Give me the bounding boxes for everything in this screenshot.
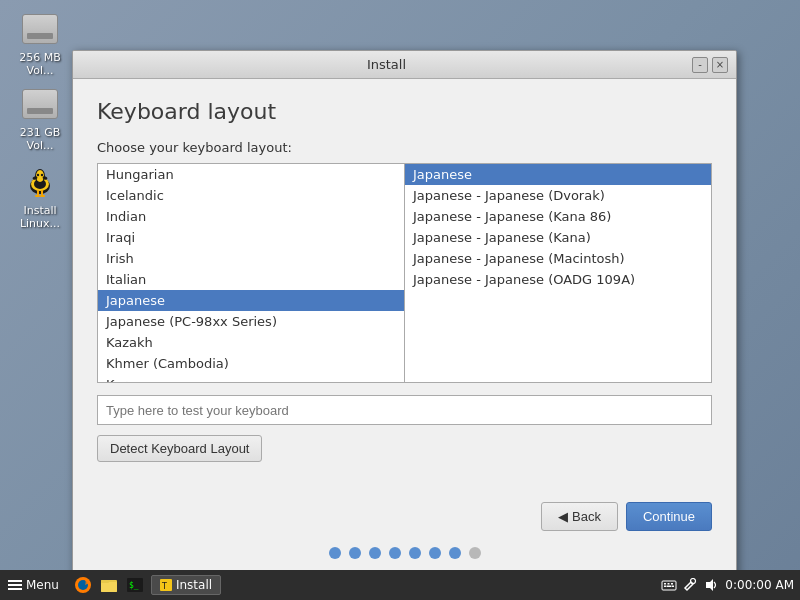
progress-dot-4 bbox=[409, 547, 421, 559]
taskbar-install-icon: T bbox=[160, 579, 172, 591]
back-icon: ◀ bbox=[558, 509, 568, 524]
variant-list-item-japanese-macintosh[interactable]: Japanese - Japanese (Macintosh) bbox=[405, 248, 711, 269]
install-icon bbox=[20, 162, 60, 202]
language-list-item-iraqi[interactable]: Iraqi bbox=[98, 227, 404, 248]
svg-rect-27 bbox=[668, 583, 670, 585]
desktop: 256 MB Vol... 231 GB Vol... bbox=[0, 0, 800, 600]
page-title: Keyboard layout bbox=[97, 99, 712, 124]
filemanager-icon[interactable] bbox=[97, 573, 121, 597]
tools-icon bbox=[683, 578, 697, 592]
install-label: Install Linux... bbox=[14, 204, 66, 230]
svg-marker-33 bbox=[706, 579, 713, 591]
variant-list[interactable]: JapaneseJapanese - Japanese (Dvorak)Japa… bbox=[404, 163, 712, 383]
progress-dot-6 bbox=[449, 547, 461, 559]
svg-rect-14 bbox=[8, 584, 22, 586]
language-list-item-irish[interactable]: Irish bbox=[98, 248, 404, 269]
progress-dot-3 bbox=[389, 547, 401, 559]
svg-rect-28 bbox=[671, 583, 673, 585]
language-list-item-japanese[interactable]: Japanese bbox=[98, 290, 404, 311]
detect-label: Detect Keyboard Layout bbox=[110, 441, 249, 456]
keyboard-test-input[interactable] bbox=[97, 395, 712, 425]
nav-buttons: ◀ Back Continue bbox=[97, 502, 712, 531]
progress-dot-1 bbox=[349, 547, 361, 559]
close-button[interactable]: × bbox=[712, 57, 728, 73]
window-title: Install bbox=[81, 57, 692, 72]
continue-label: Continue bbox=[643, 509, 695, 524]
hdd-icon-volume1 bbox=[20, 9, 60, 49]
language-list-item-khmer[interactable]: Khmer (Cambodia) bbox=[98, 353, 404, 374]
window-controls: - × bbox=[692, 57, 728, 73]
desktop-icon-volume2[interactable]: 231 GB Vol... bbox=[10, 80, 70, 156]
svg-rect-19 bbox=[101, 582, 117, 592]
back-label: Back bbox=[572, 509, 601, 524]
variant-list-item-japanese-kana[interactable]: Japanese - Japanese (Kana) bbox=[405, 227, 711, 248]
window-titlebar: Install - × bbox=[73, 51, 736, 79]
volume1-label: 256 MB Vol... bbox=[14, 51, 66, 77]
svg-text:$_: $_ bbox=[129, 581, 139, 590]
svg-point-32 bbox=[691, 579, 696, 584]
svg-point-4 bbox=[36, 170, 44, 182]
progress-dot-5 bbox=[429, 547, 441, 559]
svg-rect-11 bbox=[35, 195, 40, 197]
menu-icon bbox=[8, 578, 22, 592]
progress-dot-0 bbox=[329, 547, 341, 559]
firefox-icon[interactable] bbox=[71, 573, 95, 597]
progress-dot-2 bbox=[369, 547, 381, 559]
continue-button[interactable]: Continue bbox=[626, 502, 712, 531]
svg-text:T: T bbox=[161, 582, 167, 591]
language-list-item-hungarian[interactable]: Hungarian bbox=[98, 164, 404, 185]
clock: 0:00:00 AM bbox=[725, 578, 794, 592]
terminal-icon[interactable]: $_ bbox=[123, 573, 147, 597]
desktop-icon-volume1[interactable]: 256 MB Vol... bbox=[10, 5, 70, 81]
svg-rect-15 bbox=[8, 588, 22, 590]
variant-list-item-japanese-default[interactable]: Japanese bbox=[405, 164, 711, 185]
language-list-item-korean[interactable]: Korean bbox=[98, 374, 404, 383]
progress-dots bbox=[97, 547, 712, 569]
svg-rect-13 bbox=[8, 580, 22, 582]
language-list-item-indian[interactable]: Indian bbox=[98, 206, 404, 227]
taskbar-install-label: Install bbox=[176, 578, 212, 592]
taskbar: Menu bbox=[0, 570, 800, 600]
svg-rect-29 bbox=[664, 586, 666, 588]
keyboard-lists: HungarianIcelandicIndianIraqiIrishItalia… bbox=[97, 163, 712, 383]
minimize-button[interactable]: - bbox=[692, 57, 708, 73]
taskbar-apps: $_ bbox=[67, 573, 151, 597]
keyboard-icon bbox=[661, 577, 677, 593]
desktop-icon-install[interactable]: Install Linux... bbox=[10, 158, 70, 234]
detect-keyboard-button[interactable]: Detect Keyboard Layout bbox=[97, 435, 262, 462]
start-menu-button[interactable]: Menu bbox=[0, 576, 67, 594]
language-list-item-icelandic[interactable]: Icelandic bbox=[98, 185, 404, 206]
progress-dot-7 bbox=[469, 547, 481, 559]
svg-point-6 bbox=[41, 174, 43, 176]
variant-list-item-japanese-oadg[interactable]: Japanese - Japanese (OADG 109A) bbox=[405, 269, 711, 290]
language-list-item-italian[interactable]: Italian bbox=[98, 269, 404, 290]
install-window: Install - × Keyboard layout Choose your … bbox=[72, 50, 737, 590]
back-button[interactable]: ◀ Back bbox=[541, 502, 618, 531]
svg-rect-31 bbox=[672, 586, 674, 588]
svg-rect-10 bbox=[41, 190, 43, 195]
taskbar-install-btn[interactable]: T Install bbox=[151, 575, 221, 595]
choose-label: Choose your keyboard layout: bbox=[97, 140, 712, 155]
variant-list-item-japanese-dvorak[interactable]: Japanese - Japanese (Dvorak) bbox=[405, 185, 711, 206]
window-body: Keyboard layout Choose your keyboard lay… bbox=[73, 79, 736, 589]
volume-icon bbox=[703, 577, 719, 593]
start-label: Menu bbox=[26, 578, 59, 592]
svg-rect-20 bbox=[101, 580, 109, 583]
language-list[interactable]: HungarianIcelandicIndianIraqiIrishItalia… bbox=[97, 163, 404, 383]
svg-rect-26 bbox=[664, 583, 666, 585]
svg-rect-9 bbox=[37, 190, 39, 195]
svg-rect-30 bbox=[667, 586, 672, 588]
variant-list-item-japanese-kana86[interactable]: Japanese - Japanese (Kana 86) bbox=[405, 206, 711, 227]
taskbar-right: 0:00:00 AM bbox=[661, 577, 800, 593]
volume2-label: 231 GB Vol... bbox=[14, 126, 66, 152]
svg-point-5 bbox=[37, 174, 39, 176]
language-list-item-kazakh[interactable]: Kazakh bbox=[98, 332, 404, 353]
hdd-icon-volume2 bbox=[20, 84, 60, 124]
language-list-item-japanese-pc98[interactable]: Japanese (PC-98xx Series) bbox=[98, 311, 404, 332]
svg-rect-12 bbox=[40, 195, 45, 197]
